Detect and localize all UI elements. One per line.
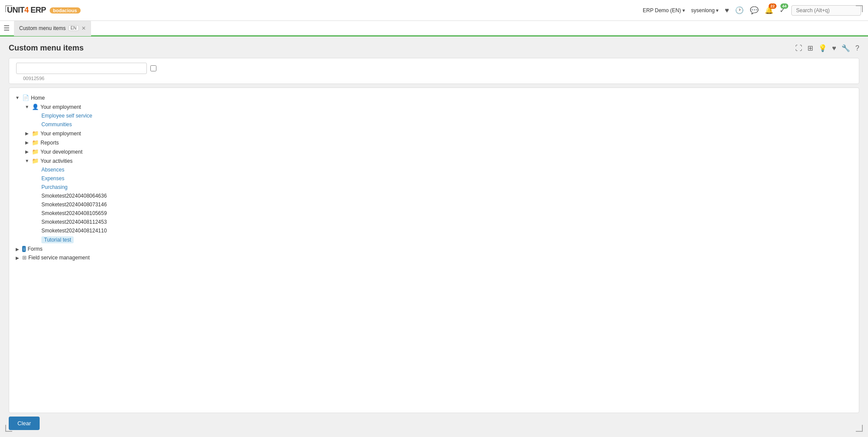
columns-icon[interactable]: ⊞ [807, 44, 813, 52]
favorite-icon[interactable]: ♥ [832, 44, 837, 52]
tab-bar: ☰ Custom menu items EN ✕ [0, 21, 868, 37]
tree-row-your-employment[interactable]: ▼ 👤 Your employment [24, 102, 854, 111]
tree-row-smoke4[interactable]: Smoketest20240408112453 [34, 218, 854, 226]
toggle-icon[interactable]: ▶ [24, 131, 30, 136]
list-item: Communities [34, 120, 854, 129]
list-item: Tutorial test [34, 235, 854, 245]
list-item: Expenses [34, 174, 854, 183]
list-item: Smoketest20240408124110 [34, 226, 854, 235]
wrench-icon[interactable]: 🔧 [841, 44, 850, 52]
menu-item-checkbox[interactable] [150, 65, 156, 71]
tree-label[interactable]: Expenses [41, 175, 64, 182]
tree-label[interactable]: Purchasing [41, 184, 68, 190]
tree-row-smoke5[interactable]: Smoketest20240408124110 [34, 226, 854, 235]
tab-close-icon[interactable]: ✕ [81, 25, 86, 31]
tree-row-ess[interactable]: Employee self service [34, 111, 854, 120]
list-item: ▼ 📄 Home ▼ 👤 Your employment [14, 93, 854, 245]
notification-icon[interactable]: 🔔 22 [765, 6, 773, 14]
tree-row-forms[interactable]: ▶ i Forms [14, 245, 854, 253]
list-item: Smoketest20240408112453 [34, 218, 854, 226]
tab-label: Custom menu items [19, 25, 66, 31]
fullscreen-icon[interactable]: ⛶ [795, 44, 802, 52]
tree-row-home[interactable]: ▼ 📄 Home [14, 93, 854, 102]
chat-icon[interactable]: 💬 [750, 6, 759, 14]
tree-root: ▼ 📄 Home ▼ 👤 Your employment [14, 93, 854, 262]
page-title: Custom menu items [9, 44, 84, 53]
list-item: Purchasing [34, 183, 854, 192]
toggle-icon[interactable]: ▶ [14, 247, 20, 252]
tree-row-field-service[interactable]: ▶ ⊞ Field service management [14, 253, 854, 262]
tree-row-purchasing[interactable]: Purchasing [34, 183, 854, 192]
tree-container[interactable]: ▼ 📄 Home ▼ 👤 Your employment [9, 87, 859, 413]
list-item: ▶ 📁 Reports [24, 138, 854, 147]
header-left: UNIT4 ERP bodacious [7, 6, 81, 15]
clear-button[interactable]: Clear [9, 417, 40, 430]
toggle-icon[interactable]: ▼ [14, 95, 20, 100]
tree-label-highlighted: Tutorial test [41, 236, 74, 243]
tree-label: Your employment [41, 104, 81, 110]
menu-item-input[interactable] [16, 63, 147, 74]
folder-icon: 📁 [32, 130, 39, 137]
form-wrapper: 00912596 [9, 58, 859, 84]
tree-row-your-employment-folder[interactable]: ▶ 📁 Your employment [24, 129, 854, 138]
notification-badge: 22 [769, 3, 776, 9]
tree-label: Smoketest20240408064636 [41, 193, 107, 199]
heart-icon[interactable]: ♥ [725, 7, 729, 14]
tree-row-communities[interactable]: Communities [34, 120, 854, 129]
help-icon[interactable]: ? [855, 44, 859, 52]
check-icon[interactable]: ✓ 44 [780, 6, 785, 14]
tree-label[interactable]: Communities [41, 121, 72, 128]
toggle-icon[interactable]: ▶ [14, 255, 20, 260]
tree-label: Your development [41, 149, 82, 155]
page-content: Custom menu items ⛶ ⊞ 💡 ♥ 🔧 ? 00912596 ▼… [0, 37, 868, 437]
doc-icon: 📄 [22, 94, 29, 101]
page-title-row: Custom menu items ⛶ ⊞ 💡 ♥ 🔧 ? [9, 44, 859, 53]
info-icon: i [22, 246, 26, 252]
tree-row-smoke2[interactable]: Smoketest20240408073146 [34, 200, 854, 209]
list-item: ▶ 📁 Your employment [24, 129, 854, 138]
list-item: ▶ ⊞ Field service management [14, 253, 854, 262]
list-item: ▼ 📁 Your activities Absences [24, 156, 854, 245]
folder-icon: 📁 [32, 148, 39, 155]
tree-label: Smoketest20240408112453 [41, 219, 107, 225]
tree-label: Smoketest20240408073146 [41, 202, 107, 208]
top-header: UNIT4 ERP bodacious ERP Demo (EN) ▾ syse… [0, 0, 868, 21]
env-badge: bodacious [50, 7, 81, 13]
tree-row-smoke1[interactable]: Smoketest20240408064636 [34, 192, 854, 200]
app-logo: UNIT4 ERP [7, 6, 46, 15]
tree-row-your-development[interactable]: ▶ 📁 Your development [24, 147, 854, 156]
tab-lang: EN [68, 25, 79, 31]
employment-children: Employee self service Communities [24, 111, 854, 129]
tree-row-smoke3[interactable]: Smoketest20240408105659 [34, 209, 854, 218]
activities-children: Absences Expenses [24, 165, 854, 245]
bottom-bar: Clear [9, 417, 859, 430]
form-id: 00912596 [16, 76, 852, 81]
tree-label[interactable]: Employee self service [41, 113, 92, 119]
tree-row-your-activities[interactable]: ▼ 📁 Your activities [24, 156, 854, 165]
list-item: Smoketest20240408105659 [34, 209, 854, 218]
list-item: ▼ 👤 Your employment Employee self servic… [24, 102, 854, 129]
folder-icon: 📁 [32, 158, 39, 164]
env-selector[interactable]: ERP Demo (EN) ▾ [643, 7, 685, 13]
tree-row-expenses[interactable]: Expenses [34, 174, 854, 183]
home-children: ▼ 👤 Your employment Employee self servic… [14, 102, 854, 245]
tree-row-reports[interactable]: ▶ 📁 Reports [24, 138, 854, 147]
list-item: ▶ 📁 Your development [24, 147, 854, 156]
toggle-icon[interactable]: ▶ [24, 140, 30, 145]
tree-row-absences[interactable]: Absences [34, 165, 854, 174]
hamburger-icon[interactable]: ☰ [3, 24, 10, 32]
toggle-icon[interactable]: ▼ [24, 104, 30, 109]
tree-label: Reports [41, 140, 59, 146]
custom-menu-tab[interactable]: Custom menu items EN ✕ [14, 20, 91, 36]
tree-label: Your activities [41, 158, 73, 164]
search-input[interactable] [791, 5, 861, 16]
toggle-icon[interactable]: ▶ [24, 149, 30, 154]
list-item: Smoketest20240408073146 [34, 200, 854, 209]
tree-row-tutorial[interactable]: Tutorial test [34, 235, 854, 245]
tree-label[interactable]: Absences [41, 167, 64, 173]
history-icon[interactable]: 🕑 [735, 6, 744, 14]
toggle-icon[interactable]: ▼ [24, 158, 30, 163]
user-selector[interactable]: sysenlong ▾ [691, 7, 719, 13]
tree-label: Home [31, 95, 45, 101]
lightbulb-icon[interactable]: 💡 [818, 44, 827, 52]
